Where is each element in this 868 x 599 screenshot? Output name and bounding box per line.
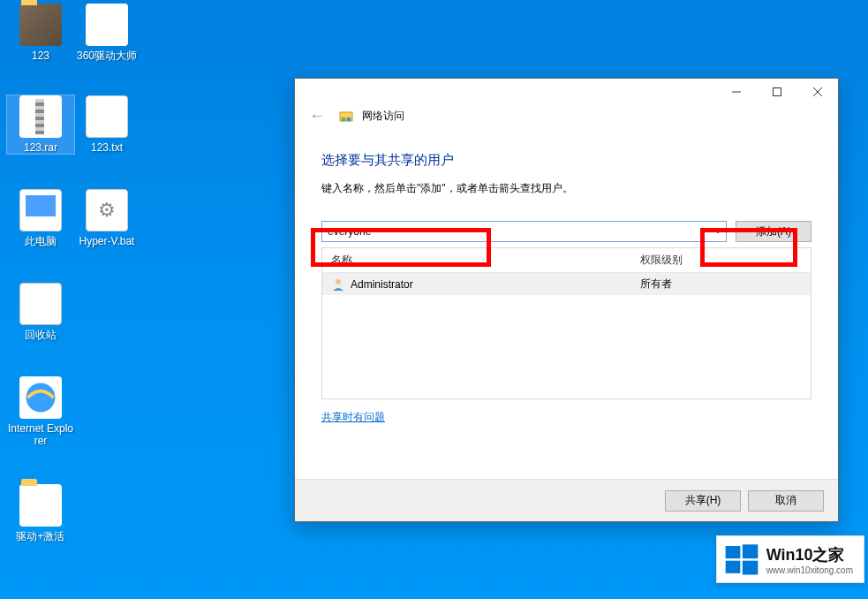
desktop-icon-thispc[interactable]: 此电脑 bbox=[7, 189, 74, 247]
svg-rect-18 bbox=[725, 546, 740, 558]
watermark: Win10之家 www.win10xitong.com bbox=[716, 535, 864, 583]
icon-label: 123.rar bbox=[7, 141, 74, 154]
network-access-dialog: ← 网络访问 选择要与其共享的用户 键入名称，然后单击"添加"，或者单击箭头查找… bbox=[294, 78, 839, 522]
maximize-button[interactable] bbox=[757, 79, 797, 105]
internet-explorer-icon bbox=[19, 376, 62, 419]
folder-icon bbox=[19, 4, 62, 46]
svg-line-5 bbox=[98, 16, 102, 19]
watermark-url: www.win10xitong.com bbox=[766, 565, 853, 575]
svg-point-17 bbox=[336, 279, 341, 284]
desktop-icon-360driver[interactable]: 360驱动大师 bbox=[73, 4, 140, 62]
dialog-header: ← 网络访问 bbox=[295, 105, 838, 133]
svg-line-8 bbox=[112, 16, 116, 19]
user-combobox[interactable] bbox=[321, 221, 727, 242]
column-name[interactable]: 名称 bbox=[322, 248, 631, 272]
icon-label: Hyper-V.bat bbox=[73, 235, 140, 247]
svg-rect-19 bbox=[742, 544, 758, 558]
icon-label: 360驱动大师 bbox=[73, 49, 140, 62]
share-button[interactable]: 共享(H) bbox=[665, 490, 741, 512]
desktop-icon-123txt[interactable]: 123.txt bbox=[73, 95, 140, 154]
user-input-row: 添加(A) bbox=[321, 221, 811, 242]
add-button[interactable]: 添加(A) bbox=[736, 221, 811, 242]
icon-label: Internet Explorer bbox=[7, 422, 74, 447]
svg-rect-20 bbox=[725, 561, 740, 573]
table-header: 名称 权限级别 bbox=[322, 248, 811, 273]
user-input[interactable] bbox=[321, 221, 727, 242]
row-permission: 所有者 bbox=[631, 273, 811, 295]
user-icon bbox=[331, 277, 345, 292]
watermark-title: Win10之家 bbox=[766, 544, 853, 565]
network-share-icon bbox=[339, 110, 353, 124]
dialog-footer: 共享(H) 取消 bbox=[295, 479, 838, 521]
desktop-icon-folder-123[interactable]: 123 bbox=[7, 4, 74, 62]
section-title: 选择要与其共享的用户 bbox=[321, 152, 811, 169]
archive-icon bbox=[19, 95, 62, 138]
text-file-icon bbox=[86, 95, 128, 138]
icon-label: 123.txt bbox=[73, 141, 140, 154]
computer-icon bbox=[19, 189, 62, 231]
row-user-name: Administrator bbox=[351, 278, 413, 291]
back-arrow-icon: ← bbox=[304, 107, 330, 125]
svg-line-7 bbox=[98, 30, 102, 34]
share-users-table: 名称 权限级别 Administrator 所有者 bbox=[321, 247, 811, 399]
desktop-icon-123rar[interactable]: 123.rar bbox=[7, 95, 74, 154]
svg-point-15 bbox=[342, 117, 346, 121]
svg-point-9 bbox=[26, 383, 56, 413]
svg-point-16 bbox=[347, 117, 351, 121]
column-permission[interactable]: 权限级别 bbox=[631, 248, 811, 272]
minimize-button[interactable] bbox=[716, 79, 757, 105]
cancel-button[interactable]: 取消 bbox=[748, 490, 824, 512]
recycle-bin-icon bbox=[19, 283, 62, 325]
icon-label: 回收站 bbox=[7, 329, 74, 341]
chevron-down-icon[interactable] bbox=[710, 222, 726, 241]
table-row[interactable]: Administrator 所有者 bbox=[322, 273, 811, 295]
desktop-icon-ie[interactable]: Internet Explorer bbox=[7, 376, 74, 447]
icon-label: 此电脑 bbox=[7, 235, 74, 247]
svg-rect-21 bbox=[742, 561, 758, 575]
folder-icon bbox=[19, 484, 62, 527]
svg-rect-11 bbox=[774, 88, 781, 96]
dialog-title: 网络访问 bbox=[362, 109, 404, 124]
svg-point-0 bbox=[102, 20, 111, 29]
close-button[interactable] bbox=[797, 79, 838, 105]
instruction-text: 键入名称，然后单击"添加"，或者单击箭头查找用户。 bbox=[321, 181, 811, 196]
batch-file-icon bbox=[86, 189, 128, 231]
titlebar bbox=[295, 79, 838, 105]
icon-label: 驱动+激活 bbox=[7, 530, 74, 542]
windows-logo-icon bbox=[724, 542, 759, 577]
svg-line-6 bbox=[112, 30, 116, 34]
desktop-icon-driver-activate[interactable]: 驱动+激活 bbox=[7, 484, 74, 542]
icon-label: 123 bbox=[7, 49, 74, 62]
gear-icon bbox=[86, 4, 128, 46]
desktop-icon-recyclebin[interactable]: 回收站 bbox=[7, 283, 74, 341]
help-link[interactable]: 共享时有问题 bbox=[321, 410, 385, 425]
dialog-content: 选择要与其共享的用户 键入名称，然后单击"添加"，或者单击箭头查找用户。 添加(… bbox=[295, 133, 838, 425]
desktop-icon-hypervbat[interactable]: Hyper-V.bat bbox=[73, 189, 140, 247]
